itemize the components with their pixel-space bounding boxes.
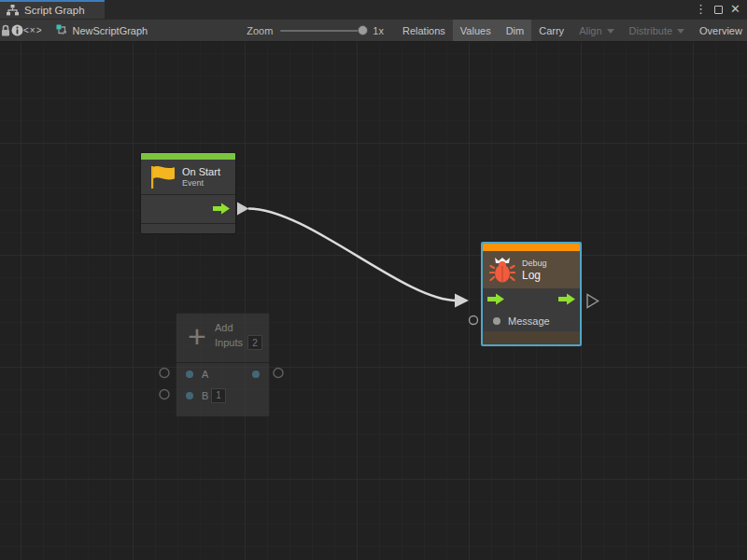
- debug-footer: [483, 331, 580, 344]
- debug-flow-output-port[interactable]: [587, 295, 599, 308]
- node-title: Log: [522, 269, 547, 282]
- toolbar: <×> NewScriptGraph Zoom 1x Relations: [0, 19, 747, 42]
- debug-message-input-port[interactable]: [470, 316, 478, 325]
- debug-flow-row: [483, 288, 580, 311]
- debug-header: Debug Log: [483, 251, 580, 288]
- window-menu-icon[interactable]: ⋮: [695, 0, 707, 19]
- window-controls: ⋮ ✕: [695, 0, 747, 19]
- onstart-header: On Start Event: [141, 160, 235, 194]
- close-icon[interactable]: ✕: [730, 0, 740, 19]
- add-output-port[interactable]: [274, 369, 283, 378]
- zoom-label: Zoom: [247, 25, 273, 36]
- align-label: Align: [579, 25, 601, 36]
- node-on-start[interactable]: On Start Event: [140, 152, 236, 234]
- zoom-value: 1x: [373, 25, 384, 36]
- script-graph-asset-icon: [56, 24, 68, 36]
- chevron-down-icon: [607, 29, 614, 34]
- flow-arrow-icon[interactable]: [558, 293, 575, 305]
- code-icon: <×>: [23, 25, 43, 35]
- toggle-dim[interactable]: Dim: [499, 20, 532, 41]
- onstart-body: [141, 195, 235, 223]
- toggle-relations[interactable]: Relations: [395, 20, 453, 41]
- node-title: On Start: [182, 166, 220, 178]
- overview-label: Overview: [699, 25, 742, 36]
- toggle-dim-label: Dim: [506, 25, 525, 36]
- graph-canvas[interactable]: On Start Event: [0, 42, 747, 560]
- flow-arrow-icon[interactable]: [213, 203, 230, 215]
- toggle-relations-label: Relations: [402, 25, 445, 36]
- flow-connection[interactable]: [248, 209, 457, 301]
- toggle-values[interactable]: Values: [453, 20, 499, 41]
- zoom-control: Zoom 1x: [247, 25, 384, 36]
- add-input-a-port[interactable]: [160, 369, 169, 378]
- distribute-dropdown[interactable]: Distribute: [622, 20, 692, 41]
- node-debug-log[interactable]: Debug Log Message: [481, 242, 582, 346]
- debug-message-row: Message: [483, 311, 580, 331]
- maximize-icon[interactable]: [714, 6, 723, 14]
- node-category: Debug: [522, 258, 547, 269]
- graph-tab-icon: [7, 5, 19, 16]
- align-dropdown[interactable]: Align: [571, 20, 621, 41]
- message-label: Message: [508, 315, 550, 327]
- flag-icon: [148, 164, 176, 190]
- chevron-down-icon: [677, 29, 684, 34]
- info-icon: [11, 24, 23, 36]
- info-button[interactable]: [11, 20, 23, 41]
- debug-stripe: [483, 244, 580, 251]
- onstart-flow-output-port[interactable]: [237, 203, 249, 216]
- flow-arrow-icon[interactable]: [487, 293, 504, 305]
- distribute-label: Distribute: [629, 25, 672, 36]
- toggle-values-label: Values: [460, 25, 491, 36]
- tab-title: Script Graph: [24, 5, 85, 16]
- script-graph-window: Script Graph ⋮ ✕ <×>: [0, 0, 747, 560]
- add-node-outer-ports: [160, 369, 283, 399]
- toolbar-toggles: Relations Values Dim Carry Align Distrib…: [395, 20, 747, 41]
- lock-icon: [0, 24, 11, 37]
- zoom-slider[interactable]: [280, 30, 366, 32]
- connection-arrowhead-icon: [455, 294, 469, 308]
- zoom-slider-knob[interactable]: [358, 25, 368, 35]
- lock-button[interactable]: [0, 20, 11, 41]
- node-subtitle: Event: [182, 178, 220, 189]
- tab-script-graph[interactable]: Script Graph: [0, 0, 105, 19]
- toggle-carry[interactable]: Carry: [531, 20, 571, 41]
- event-stripe: [141, 153, 235, 160]
- overview-button[interactable]: Overview: [692, 20, 747, 41]
- titlebar: Script Graph ⋮ ✕: [0, 0, 747, 19]
- graph-name: NewScriptGraph: [73, 25, 148, 36]
- connections-layer: [0, 42, 747, 560]
- onstart-footer: [141, 224, 235, 233]
- message-dot-port[interactable]: [493, 317, 500, 325]
- toggle-carry-label: Carry: [539, 25, 564, 36]
- code-preview-button[interactable]: <×>: [23, 20, 43, 41]
- bug-icon: [489, 256, 515, 284]
- add-input-b-port[interactable]: [160, 390, 169, 399]
- graph-breadcrumb[interactable]: NewScriptGraph: [43, 24, 158, 36]
